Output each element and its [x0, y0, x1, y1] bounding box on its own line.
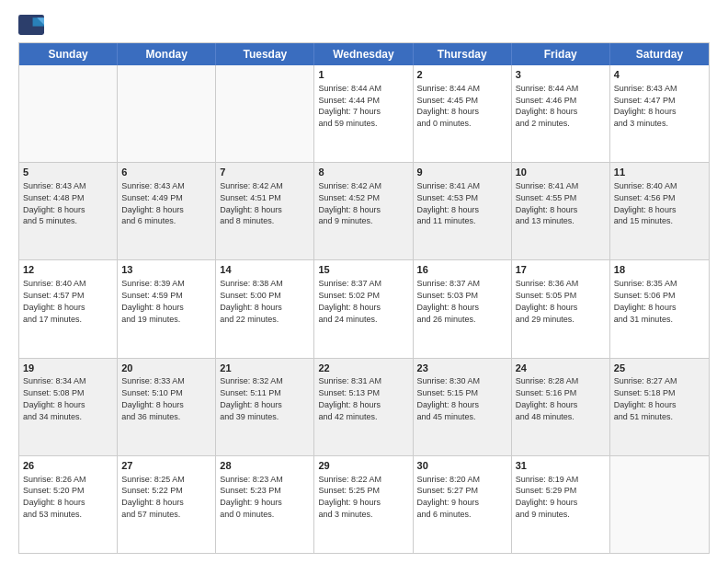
day-number: 21 [220, 362, 310, 375]
day-number: 17 [516, 263, 606, 277]
cell-info: Sunrise: 8:44 AM Sunset: 4:44 PM Dayligh… [318, 84, 381, 128]
day-number: 18 [614, 263, 705, 277]
calendar-cell-0-6: 4Sunrise: 8:43 AM Sunset: 4:47 PM Daylig… [610, 65, 709, 162]
day-number: 7 [220, 166, 310, 179]
calendar-cell-0-2 [216, 65, 314, 162]
calendar-cell-3-6: 25Sunrise: 8:27 AM Sunset: 5:18 PM Dayli… [610, 359, 709, 455]
cell-info: Sunrise: 8:19 AM Sunset: 5:29 PM Dayligh… [516, 475, 579, 519]
cell-info: Sunrise: 8:42 AM Sunset: 4:51 PM Dayligh… [220, 181, 283, 225]
day-number: 15 [318, 263, 408, 277]
calendar-cell-4-3: 29Sunrise: 8:22 AM Sunset: 5:25 PM Dayli… [314, 456, 413, 553]
cell-info: Sunrise: 8:41 AM Sunset: 4:55 PM Dayligh… [516, 181, 579, 225]
day-number: 16 [417, 263, 507, 277]
header [18, 15, 710, 35]
cell-info: Sunrise: 8:40 AM Sunset: 4:57 PM Dayligh… [23, 279, 86, 323]
day-number: 22 [318, 362, 408, 375]
day-number: 31 [516, 459, 606, 473]
calendar-cell-2-5: 17Sunrise: 8:36 AM Sunset: 5:05 PM Dayli… [512, 260, 610, 357]
day-number: 14 [220, 263, 310, 277]
header-day-wednesday: Wednesday [314, 43, 413, 65]
calendar-cell-3-2: 21Sunrise: 8:32 AM Sunset: 5:11 PM Dayli… [216, 359, 314, 455]
day-number: 4 [614, 68, 705, 82]
calendar-row-0: 1Sunrise: 8:44 AM Sunset: 4:44 PM Daylig… [19, 65, 709, 162]
cell-info: Sunrise: 8:41 AM Sunset: 4:53 PM Dayligh… [417, 181, 481, 225]
day-number: 29 [318, 459, 408, 473]
calendar: SundayMondayTuesdayWednesdayThursdayFrid… [18, 42, 710, 554]
calendar-header: SundayMondayTuesdayWednesdayThursdayFrid… [19, 43, 709, 65]
calendar-row-2: 12Sunrise: 8:40 AM Sunset: 4:57 PM Dayli… [19, 259, 709, 357]
cell-info: Sunrise: 8:40 AM Sunset: 4:56 PM Dayligh… [614, 181, 677, 225]
cell-info: Sunrise: 8:33 AM Sunset: 5:10 PM Dayligh… [121, 376, 185, 420]
day-number: 24 [516, 362, 606, 375]
calendar-cell-3-4: 23Sunrise: 8:30 AM Sunset: 5:15 PM Dayli… [414, 359, 512, 455]
calendar-cell-2-4: 16Sunrise: 8:37 AM Sunset: 5:03 PM Dayli… [414, 260, 512, 357]
logo [18, 15, 47, 35]
cell-info: Sunrise: 8:27 AM Sunset: 5:18 PM Dayligh… [614, 376, 677, 420]
cell-info: Sunrise: 8:42 AM Sunset: 4:52 PM Dayligh… [318, 181, 381, 225]
header-day-saturday: Saturday [610, 43, 709, 65]
day-number: 30 [417, 459, 507, 473]
calendar-cell-1-5: 10Sunrise: 8:41 AM Sunset: 4:55 PM Dayli… [512, 163, 610, 259]
calendar-cell-4-6 [610, 456, 709, 553]
day-number: 8 [318, 166, 408, 179]
calendar-cell-4-0: 26Sunrise: 8:26 AM Sunset: 5:20 PM Dayli… [19, 456, 118, 553]
day-number: 11 [614, 166, 705, 179]
cell-info: Sunrise: 8:28 AM Sunset: 5:16 PM Dayligh… [516, 376, 579, 420]
calendar-cell-1-0: 5Sunrise: 8:43 AM Sunset: 4:48 PM Daylig… [19, 163, 118, 259]
calendar-cell-2-6: 18Sunrise: 8:35 AM Sunset: 5:06 PM Dayli… [610, 260, 709, 357]
calendar-cell-3-1: 20Sunrise: 8:33 AM Sunset: 5:10 PM Dayli… [118, 359, 216, 455]
day-number: 19 [23, 362, 113, 375]
page: SundayMondayTuesdayWednesdayThursdayFrid… [0, 0, 728, 563]
cell-info: Sunrise: 8:35 AM Sunset: 5:06 PM Dayligh… [614, 279, 677, 323]
calendar-cell-4-1: 27Sunrise: 8:25 AM Sunset: 5:22 PM Dayli… [118, 456, 216, 553]
cell-info: Sunrise: 8:37 AM Sunset: 5:03 PM Dayligh… [417, 279, 481, 323]
header-day-thursday: Thursday [414, 43, 512, 65]
day-number: 2 [417, 68, 507, 82]
day-number: 20 [121, 362, 211, 375]
cell-info: Sunrise: 8:25 AM Sunset: 5:22 PM Dayligh… [121, 475, 185, 519]
day-number: 10 [516, 166, 606, 179]
cell-info: Sunrise: 8:20 AM Sunset: 5:27 PM Dayligh… [417, 475, 481, 519]
calendar-cell-4-4: 30Sunrise: 8:20 AM Sunset: 5:27 PM Dayli… [414, 456, 512, 553]
calendar-cell-2-3: 15Sunrise: 8:37 AM Sunset: 5:02 PM Dayli… [314, 260, 413, 357]
cell-info: Sunrise: 8:23 AM Sunset: 5:23 PM Dayligh… [220, 475, 283, 519]
cell-info: Sunrise: 8:36 AM Sunset: 5:05 PM Dayligh… [516, 279, 579, 323]
calendar-cell-0-0 [19, 65, 118, 162]
calendar-cell-1-4: 9Sunrise: 8:41 AM Sunset: 4:53 PM Daylig… [414, 163, 512, 259]
day-number: 13 [121, 263, 211, 277]
calendar-cell-1-2: 7Sunrise: 8:42 AM Sunset: 4:51 PM Daylig… [216, 163, 314, 259]
cell-info: Sunrise: 8:39 AM Sunset: 4:59 PM Dayligh… [121, 279, 185, 323]
calendar-cell-0-5: 3Sunrise: 8:44 AM Sunset: 4:46 PM Daylig… [512, 65, 610, 162]
calendar-row-3: 19Sunrise: 8:34 AM Sunset: 5:08 PM Dayli… [19, 358, 709, 455]
cell-info: Sunrise: 8:38 AM Sunset: 5:00 PM Dayligh… [220, 279, 283, 323]
cell-info: Sunrise: 8:44 AM Sunset: 4:46 PM Dayligh… [516, 84, 579, 128]
calendar-cell-3-5: 24Sunrise: 8:28 AM Sunset: 5:16 PM Dayli… [512, 359, 610, 455]
day-number: 25 [614, 362, 705, 375]
day-number: 5 [23, 166, 113, 179]
calendar-cell-4-5: 31Sunrise: 8:19 AM Sunset: 5:29 PM Dayli… [512, 456, 610, 553]
day-number: 26 [23, 459, 113, 473]
calendar-cell-3-0: 19Sunrise: 8:34 AM Sunset: 5:08 PM Dayli… [19, 359, 118, 455]
calendar-row-4: 26Sunrise: 8:26 AM Sunset: 5:20 PM Dayli… [19, 455, 709, 553]
calendar-cell-1-1: 6Sunrise: 8:43 AM Sunset: 4:49 PM Daylig… [118, 163, 216, 259]
cell-info: Sunrise: 8:43 AM Sunset: 4:49 PM Dayligh… [121, 181, 185, 225]
cell-info: Sunrise: 8:43 AM Sunset: 4:47 PM Dayligh… [614, 84, 677, 128]
header-day-sunday: Sunday [19, 43, 118, 65]
cell-info: Sunrise: 8:22 AM Sunset: 5:25 PM Dayligh… [318, 475, 381, 519]
cell-info: Sunrise: 8:43 AM Sunset: 4:48 PM Dayligh… [23, 181, 86, 225]
cell-info: Sunrise: 8:31 AM Sunset: 5:13 PM Dayligh… [318, 376, 381, 420]
day-number: 6 [121, 166, 211, 179]
day-number: 3 [516, 68, 606, 82]
cell-info: Sunrise: 8:44 AM Sunset: 4:45 PM Dayligh… [417, 84, 481, 128]
day-number: 28 [220, 459, 310, 473]
header-day-monday: Monday [118, 43, 216, 65]
calendar-cell-1-6: 11Sunrise: 8:40 AM Sunset: 4:56 PM Dayli… [610, 163, 709, 259]
calendar-cell-3-3: 22Sunrise: 8:31 AM Sunset: 5:13 PM Dayli… [314, 359, 413, 455]
logo-icon [18, 15, 44, 35]
cell-info: Sunrise: 8:26 AM Sunset: 5:20 PM Dayligh… [23, 475, 86, 519]
calendar-cell-2-2: 14Sunrise: 8:38 AM Sunset: 5:00 PM Dayli… [216, 260, 314, 357]
cell-info: Sunrise: 8:37 AM Sunset: 5:02 PM Dayligh… [318, 279, 381, 323]
day-number: 1 [318, 68, 408, 82]
calendar-row-1: 5Sunrise: 8:43 AM Sunset: 4:48 PM Daylig… [19, 162, 709, 259]
calendar-cell-4-2: 28Sunrise: 8:23 AM Sunset: 5:23 PM Dayli… [216, 456, 314, 553]
